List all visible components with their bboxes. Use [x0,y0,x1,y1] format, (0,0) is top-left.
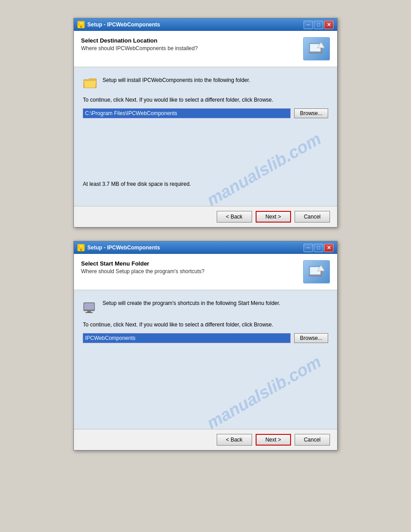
title-bar-left-1: Setup - IPCWebComponents [77,21,160,28]
folder-icon-1 [83,77,97,90]
title-bar-2: Setup - IPCWebComponents ─ □ ✕ [74,241,337,254]
path-row-1: Browse... [83,108,328,118]
dialog-header-2: Select Start Menu Folder Where should Se… [74,254,337,290]
title-controls-1: ─ □ ✕ [304,21,334,29]
app-icon-1 [77,21,85,28]
dialog-footer-1: < Back Next > Cancel [74,206,337,227]
title-controls-2: ─ □ ✕ [304,244,334,252]
next-button-2[interactable]: Next > [256,434,291,446]
minimize-button-1[interactable]: ─ [304,21,313,29]
title-bar-left-2: Setup - IPCWebComponents [77,244,160,251]
title-text-2: Setup - IPCWebComponents [87,245,160,251]
svg-rect-10 [79,245,83,248]
svg-rect-21 [86,312,93,313]
cancel-button-1[interactable]: Cancel [295,211,330,223]
dialog-body-2: Setup will create the program's shortcut… [74,290,337,429]
app-icon-2 [77,244,85,251]
next-button-1[interactable]: Next > [256,211,291,223]
maximize-button-1[interactable]: □ [314,21,323,29]
browse-button-2[interactable]: Browse... [294,333,328,343]
header-text-1: Select Destination Location Where should… [81,37,198,51]
svg-point-3 [81,26,82,28]
title-bar-1: Setup - IPCWebComponents ─ □ ✕ [74,18,337,31]
spacer-1 [83,124,328,177]
svg-rect-20 [87,311,91,312]
info-text-1: Setup will install IPCWebComponents into… [103,76,250,84]
close-button-2[interactable]: ✕ [324,244,334,252]
dialog-body-wrap-2: Setup will create the program's shortcut… [74,290,337,429]
info-row-1: Setup will install IPCWebComponents into… [83,76,328,90]
info-text-2: Setup will create the program's shortcut… [103,299,280,307]
header-subtitle-1: Where should IPCWebComponents be install… [81,45,198,51]
path-row-2: Browse... [83,333,328,343]
back-button-2[interactable]: < Back [217,434,252,446]
header-subtitle-2: Where should Setup place the program's s… [81,268,205,275]
close-button-1[interactable]: ✕ [324,21,334,29]
svg-point-12 [81,249,82,251]
header-title-2: Select Start Menu Folder [81,260,205,267]
header-text-2: Select Start Menu Folder Where should Se… [81,260,205,275]
instruction-text-1: To continue, click Next. If you would li… [83,96,328,104]
dialog-body-1: Setup will install IPCWebComponents into… [74,67,337,206]
spacer-2 [83,348,328,416]
maximize-button-2[interactable]: □ [314,244,323,252]
dialog-1: Setup - IPCWebComponents ─ □ ✕ Select De… [73,18,338,227]
cancel-button-2[interactable]: Cancel [295,434,330,446]
svg-rect-19 [84,303,94,309]
dialog-header-1: Select Destination Location Where should… [74,31,337,67]
path-input-2[interactable] [83,333,291,343]
svg-rect-1 [79,22,83,25]
dialog-footer-2: < Back Next > Cancel [74,429,337,450]
browse-button-1[interactable]: Browse... [294,108,328,118]
header-icon-2 [303,260,330,283]
info-row-2: Setup will create the program's shortcut… [83,299,328,314]
disk-space-text-1: At least 3.7 MB of free disk space is re… [83,181,328,187]
minimize-button-2[interactable]: ─ [304,244,313,252]
title-text-1: Setup - IPCWebComponents [87,21,160,28]
startmenu-icon [83,300,97,314]
back-button-1[interactable]: < Back [217,211,252,223]
header-icon-1 [303,37,330,60]
header-title-1: Select Destination Location [81,37,198,44]
path-input-1[interactable] [83,108,291,118]
dialog-body-wrap-1: Setup will install IPCWebComponents into… [74,67,337,206]
dialog-2: Setup - IPCWebComponents ─ □ ✕ Select St… [73,241,338,450]
instruction-text-2: To continue, click Next. If you would li… [83,321,328,329]
